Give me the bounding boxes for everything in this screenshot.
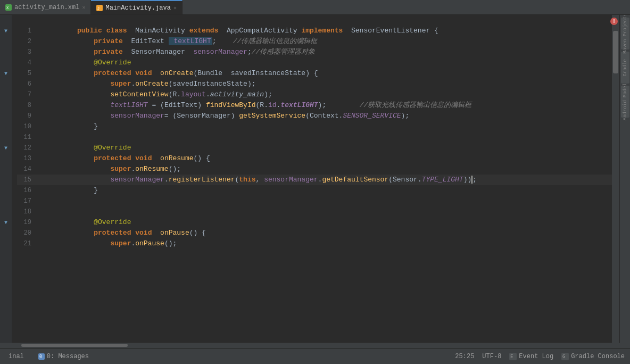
svg-text:G: G — [562, 354, 565, 359]
gradle-console-icon: G — [561, 353, 569, 360]
gutter-item-1 — [0, 15, 12, 26]
tab-close-main-activity-java[interactable]: ✕ — [173, 5, 177, 11]
gutter-item-2 — [0, 36, 12, 47]
gutter-fold-onresume[interactable]: ▼ — [0, 143, 12, 153]
gutter-item-16 — [0, 206, 12, 217]
gradle-console-label: Gradle Console — [571, 353, 625, 360]
main-area: ▼ ▼ ▼ ▼ 1 — [0, 15, 630, 343]
gutter-item-17 — [0, 228, 12, 238]
vertical-scrollbar[interactable]: ! — [612, 15, 619, 343]
gutter-item-3 — [0, 47, 12, 57]
svg-text:J: J — [97, 6, 100, 11]
gutter-item-12 — [0, 164, 12, 175]
event-log-button[interactable]: E Event Log — [509, 353, 553, 360]
tab-bar: X activity_main.xml ✕ J MainActivity.jav… — [0, 0, 630, 15]
gutter-item-15 — [0, 196, 12, 206]
bottom-bar: inal 0 0: Messages 25:25 UTF-8 E Event L… — [0, 348, 630, 364]
tab-label-activity-main-xml: activity_main.xml — [14, 4, 79, 11]
svg-text:E: E — [510, 354, 513, 359]
horizontal-scrollbar-thumb[interactable] — [21, 344, 128, 347]
cursor-position: 25:25 — [455, 353, 474, 360]
messages-tab-label: 0: Messages — [47, 353, 89, 360]
code-line-21: 21 super.onPause(); — [17, 238, 612, 249]
gutter-fold-onpause[interactable]: ▼ — [0, 217, 12, 228]
gutter-fold-oncreate[interactable]: ▼ — [0, 68, 12, 79]
gutter-item-5 — [0, 79, 12, 89]
terminal-tab[interactable]: inal — [5, 351, 27, 362]
messages-icon: 0 — [38, 353, 45, 360]
tab-label-main-activity-java: MainActivity.java — [105, 4, 170, 12]
code-editor[interactable]: 1 public class MainActivity extends AppC… — [12, 15, 612, 343]
gutter-item-10 — [0, 132, 12, 143]
android-model-panel-btn[interactable]: Android Model — [621, 86, 629, 118]
code-line-10: 10 } — [17, 121, 612, 132]
code-line-16: 16 } — [17, 185, 612, 196]
gutter-item-4 — [0, 57, 12, 68]
code-line-blank2: 17 — [17, 196, 612, 206]
encoding-indicator: UTF-8 — [482, 353, 501, 360]
gradle-panel-btn[interactable]: Gradle — [621, 52, 629, 84]
gutter-item-7 — [0, 100, 12, 111]
java-file-icon: J — [96, 5, 103, 11]
code-content: 1 public class MainActivity extends AppC… — [12, 15, 612, 260]
gutter-item-9 — [0, 121, 12, 132]
gutter-fold-class[interactable]: ▼ — [0, 26, 12, 36]
gutter-item-8 — [0, 111, 12, 121]
event-log-label: Event Log — [519, 353, 553, 360]
xml-file-icon: X — [5, 4, 12, 11]
scrollbar-thumb[interactable] — [613, 31, 618, 73]
gradle-console-button[interactable]: G Gradle Console — [561, 353, 625, 360]
tab-close-activity-main-xml[interactable]: ✕ — [82, 4, 85, 11]
horizontal-scrollbar[interactable] — [0, 343, 630, 348]
gutter-item-14 — [0, 185, 12, 196]
tab-activity-main-xml[interactable]: X activity_main.xml ✕ — [0, 0, 91, 14]
code-gutter: ▼ ▼ ▼ ▼ — [0, 15, 12, 343]
event-log-icon: E — [509, 353, 517, 360]
error-indicator: ! — [610, 18, 618, 25]
gutter-item-13 — [0, 175, 12, 185]
tab-main-activity-java[interactable]: J MainActivity.java ✕ — [91, 0, 182, 14]
gutter-item-11 — [0, 153, 12, 164]
svg-text:0: 0 — [39, 354, 42, 359]
gutter-item-18 — [0, 238, 12, 249]
messages-tab[interactable]: 0 0: Messages — [35, 351, 92, 362]
maven-projects-panel-btn[interactable]: Maven Projects — [621, 18, 629, 49]
right-sidebar: Maven Projects Gradle Android Model — [619, 15, 630, 343]
bottom-right-area: 25:25 UTF-8 E Event Log G Gradle Console — [455, 353, 625, 360]
gutter-item-6 — [0, 89, 12, 100]
terminal-tab-label: inal — [9, 353, 24, 360]
